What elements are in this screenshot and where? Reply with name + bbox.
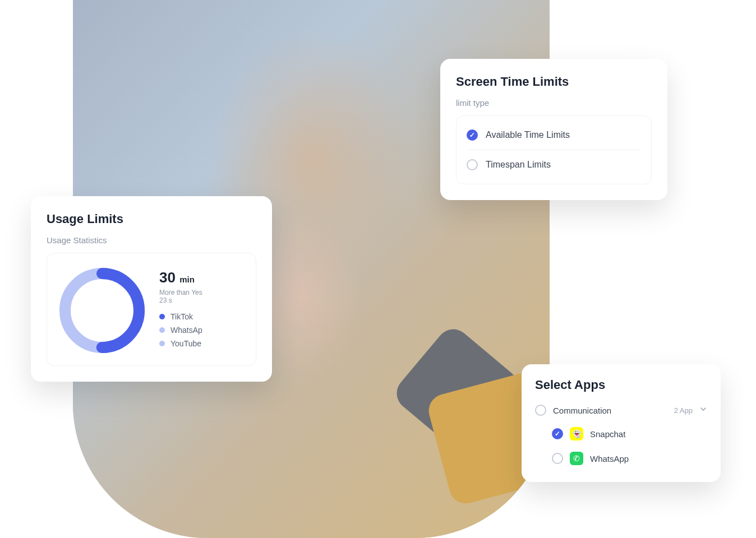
select-apps-card: Select Apps Communication 2 App 👻Snapcha…: [522, 364, 721, 482]
usage-time-unit: min: [179, 275, 195, 284]
usage-limits-title: Usage Limits: [47, 212, 256, 226]
limit-option-timespan-limits[interactable]: Timespan Limits: [467, 150, 641, 179]
limit-type-panel: Available Time LimitsTimespan Limits: [456, 115, 652, 184]
select-apps-title: Select Apps: [535, 378, 707, 392]
legend-item: YouTube: [159, 339, 246, 348]
usage-statistics-label: Usage Statistics: [47, 235, 256, 245]
usage-stats-text: 30 min More than Yes 23 s TikTokWhatsApY…: [159, 266, 246, 355]
usage-limits-card: Usage Limits Usage Statistics 30 min Mor…: [31, 196, 272, 382]
check-icon: [552, 428, 563, 439]
usage-sub-text: More than Yes 23 s: [159, 289, 246, 304]
radio-icon: [552, 453, 563, 464]
legend-item: WhatsAp: [159, 326, 246, 335]
usage-time-number: 30: [159, 269, 176, 286]
category-count: 2 App: [674, 406, 693, 415]
check-icon: [467, 129, 478, 141]
limit-option-label: Available Time Limits: [486, 130, 570, 140]
radio-icon: [467, 159, 478, 170]
screen-time-limits-card: Screen Time Limits limit type Available …: [440, 59, 667, 200]
app-name-label: Snapchat: [590, 429, 625, 439]
usage-donut-chart: [57, 266, 147, 355]
legend-label: YouTube: [170, 339, 201, 348]
app-name-label: WhatsApp: [590, 454, 629, 463]
legend-label: TikTok: [170, 312, 193, 321]
category-communication[interactable]: Communication 2 App: [535, 399, 707, 421]
chevron-down-icon: [699, 405, 707, 415]
screen-time-title: Screen Time Limits: [456, 75, 652, 89]
usage-time-value: 30 min: [159, 269, 246, 286]
snapchat-icon: 👻: [570, 427, 583, 440]
legend-dot: [159, 341, 165, 346]
usage-stats-panel: 30 min More than Yes 23 s TikTokWhatsApY…: [47, 253, 256, 366]
usage-sub-line1: More than Yes: [159, 289, 202, 296]
app-row-whatsapp[interactable]: ✆WhatsApp: [535, 446, 707, 471]
limit-type-label: limit type: [456, 98, 652, 108]
legend-item: TikTok: [159, 312, 246, 321]
category-label: Communication: [553, 406, 667, 415]
legend-dot: [159, 327, 165, 333]
app-row-snapchat[interactable]: 👻Snapchat: [535, 421, 707, 446]
usage-sub-line2: 23 s: [159, 296, 172, 304]
limit-option-available-time-limits[interactable]: Available Time Limits: [467, 120, 641, 150]
legend-label: WhatsAp: [170, 326, 202, 335]
limit-option-label: Timespan Limits: [486, 160, 551, 170]
whatsapp-icon: ✆: [570, 452, 583, 465]
legend-dot: [159, 314, 165, 319]
radio-icon: [535, 405, 546, 416]
